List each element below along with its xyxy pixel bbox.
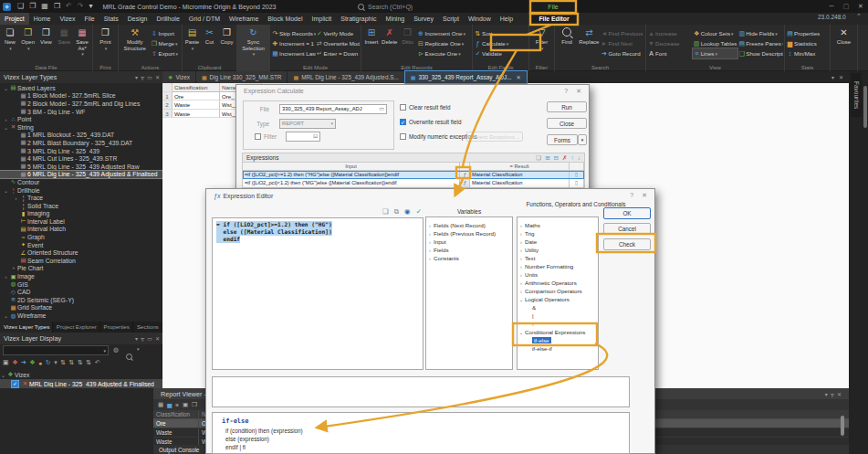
ribbon-new-button[interactable]: ❏New▾ [1, 26, 19, 64]
function-arithmetic-operators[interactable]: ›Arithmetic Operators [518, 279, 598, 287]
ribbon-find-previous-button[interactable]: ◄Find Previous [601, 28, 645, 38]
ribbon-delete-button[interactable]: ✗Delete [381, 26, 399, 64]
tree-item-seam-correlation[interactable]: ▤Seam Correlation [0, 257, 162, 265]
ribbon-copy-button[interactable]: ❐Copy [218, 26, 235, 64]
tree-item-saved-layers[interactable]: ⌄▤Saved Layers [0, 84, 162, 92]
ribbon-statistics-button[interactable]: ▆Statistics [786, 38, 829, 48]
modify-exceptions-row[interactable]: Modify numeric exceptions [400, 133, 477, 140]
function-item[interactable]: ! [518, 320, 598, 328]
ribbon-ditto-button[interactable]: ❐Ditto [399, 26, 417, 64]
copy-icon[interactable]: ⧉ [394, 207, 399, 216]
select-icon[interactable]: ➜ [21, 359, 26, 366]
ribbon-verify-mode-button[interactable]: ✓Verify Mode [316, 28, 361, 38]
maximize-button[interactable]: ▢ [839, 0, 853, 13]
menu-file[interactable]: File [79, 13, 99, 25]
menu-project[interactable]: Project [0, 13, 29, 25]
menu-design[interactable]: Design [123, 13, 152, 25]
variable-fields[interactable]: ›Fields [426, 246, 512, 254]
ribbon-decrease-button[interactable]: ▼Decrease [647, 38, 693, 48]
tree-item-contour[interactable]: ∿Contour [0, 178, 162, 186]
expression-row[interactable]: =if ([LiO2_pct]<1.2) then ("MG")else ([M… [243, 179, 584, 187]
close-button[interactable]: Close [547, 118, 587, 129]
tree-item-oriented-structure[interactable]: ∠Oriented Structure [0, 248, 162, 257]
help-icon[interactable]: ? [564, 88, 568, 95]
filter-input[interactable]: ⊡ [286, 132, 320, 142]
ok-button[interactable]: OK [603, 207, 651, 219]
new-icon[interactable]: ❏ [382, 207, 389, 216]
numeric-exceptions-button[interactable]: Numeric Exceptions ... [466, 132, 523, 142]
fx-button[interactable]: ƒ [460, 171, 470, 179]
function-text[interactable]: ›Text [518, 254, 598, 262]
more-dropdown-icon[interactable]: ▾ [54, 359, 58, 366]
print-icon[interactable]: ❒ [192, 401, 197, 408]
ribbon-view-button[interactable]: ❒View [37, 26, 56, 64]
preview-icon[interactable]: ◉ [404, 207, 411, 216]
move-up-icon[interactable]: ↑ [571, 154, 574, 162]
check-expression-icon[interactable]: ✓ [416, 207, 422, 216]
functions-list[interactable]: ›Maths›Trig›Date›Utility›Text›Number For… [517, 216, 599, 370]
ribbon-paste-button[interactable]: ▤Paste▾ [183, 26, 201, 64]
tree-item-grid-surface[interactable]: ▦Grid Surface [0, 304, 162, 312]
close-icon[interactable]: ✕ [155, 335, 160, 342]
layers-icon[interactable]: ❖ [29, 359, 35, 366]
ribbon-replace-button[interactable]: ⇄Replace [578, 26, 600, 64]
type-combo[interactable]: REPORT▾ [279, 119, 336, 129]
tree-item-imaging[interactable]: ▮Imaging [0, 210, 162, 218]
menu-drillhole[interactable]: Drillhole [152, 13, 184, 25]
tree-item-image[interactable]: ›▣Image [0, 272, 162, 280]
copy-expression-icon[interactable]: ⊟ [554, 154, 559, 162]
ribbon-sort-button[interactable]: ⇅Sort [474, 28, 528, 38]
expressions-grid[interactable]: Input= Result=if ([LiO2_pct]>=1.2) then … [242, 163, 585, 188]
ribbon-calculate-button[interactable]: ƒCalculate▾ [474, 38, 528, 48]
table-icon[interactable]: ▦ [158, 401, 163, 408]
view-icon[interactable]: ❒ [54, 0, 60, 13]
tree-item-4-mrl-cut-lines-325-439-str[interactable]: ▦4 MRL Cut Lines - 325_439.STR [0, 154, 162, 163]
redo-icon[interactable]: ↷ [78, 0, 84, 13]
sort-custom-icon[interactable]: ⇅ [86, 359, 91, 366]
menu-mining[interactable]: Mining [382, 13, 410, 25]
variable-fields-next-record[interactable]: ›Fields (Next Record) [426, 221, 512, 229]
vizex-root-node[interactable]: ⌄❖ Vizex [0, 370, 162, 379]
ribbon-colour-sets-button[interactable]: ❖Colour Sets▾ [693, 28, 738, 38]
tree-item-graph[interactable]: ≈Graph [0, 233, 162, 241]
tree-item-string[interactable]: ⌄✕String [0, 123, 162, 132]
sort-type-icon[interactable]: ⇅ [78, 359, 83, 366]
document-tab-mrl-dig-line-325-439-adjusted-s[interactable]: ▦MRL Dig Line - 325_439 Adjusted.S... [288, 71, 403, 83]
ribbon-save-button[interactable]: ▦Save [55, 26, 73, 64]
ribbon-lines-button[interactable]: ≡Lines▾ [693, 48, 738, 58]
layer-display-item[interactable]: ✓ ✕ MRL Dig Line - 325_439 Adjusted & Fi… [0, 379, 162, 388]
minimize-button[interactable]: ─ [824, 0, 839, 13]
file-input[interactable]: 330_325_439 Report_Assay_ADJ ▭ [279, 104, 387, 114]
function-maths[interactable]: ›Maths [518, 221, 598, 229]
panel-dropdown-icon[interactable]: ▾ [135, 335, 138, 342]
ribbon-goto-record-button[interactable]: ➜Goto Record [601, 48, 645, 58]
tree-item-interval-label[interactable]: ⊢Interval Label [0, 217, 162, 226]
tree-item-3-bm-dig-line-wf[interactable]: ▦3 BM - Dig Line - WF [0, 108, 162, 116]
menu-block-model[interactable]: Block Model [263, 13, 307, 25]
function-item[interactable]: | [518, 311, 598, 320]
tab-properties[interactable]: Properties [100, 322, 133, 333]
ribbon-replicate-one-button[interactable]: ⊟Replicate One▾ [417, 38, 472, 48]
refresh-icon[interactable]: ↻ [46, 359, 51, 366]
function-utility[interactable]: ›Utility [518, 246, 598, 254]
insert-expression-icon[interactable]: ⊞ [545, 154, 549, 162]
list-icon[interactable]: ≡ [175, 402, 179, 408]
expander-icon[interactable]: ⌄ [3, 187, 9, 194]
check-button[interactable]: Check [603, 238, 651, 250]
browse-icon[interactable]: ▭ [379, 105, 384, 113]
ribbon-increment-1-button[interactable]: ✚Increment = 1 [271, 38, 316, 48]
pin-icon[interactable]: ╥ [141, 335, 144, 342]
expander-icon[interactable]: ⌄ [3, 312, 9, 319]
ribbon-freeze-panes-button[interactable]: ▤Freeze Panes▾ [737, 38, 783, 48]
tree-item-solid-trace[interactable]: ¦Solid Trace [0, 202, 162, 210]
tree-item-point[interactable]: ›∴Point [0, 115, 162, 123]
layer-checkbox[interactable]: ✓ [11, 380, 19, 388]
ribbon-modify-structure-button[interactable]: ⚒Modify Structure [120, 26, 151, 64]
overwrite-result-checkbox[interactable]: ✓ [400, 119, 406, 125]
expander-icon[interactable]: › [3, 274, 9, 280]
tree-item-cad[interactable]: ◇CAD [0, 288, 162, 296]
help-icon[interactable]: ? [630, 192, 633, 199]
app-logo-icon[interactable]: ◆ [3, 3, 11, 11]
variables-list[interactable]: ›Fields (Next Record)›Fields (Previous R… [425, 216, 513, 370]
ribbon-print-button[interactable]: ❒Print▾ [94, 26, 117, 64]
